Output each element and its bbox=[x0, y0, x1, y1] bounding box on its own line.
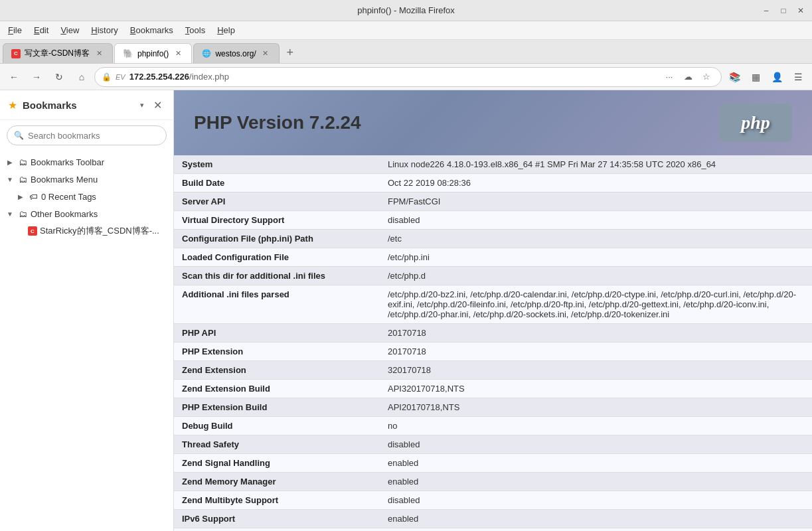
table-row: Zend Multibyte Supportdisabled bbox=[174, 491, 812, 510]
bookmarks-menu-label: Bookmarks Menu bbox=[31, 175, 168, 185]
address-bar[interactable]: 🔒 EV 172.25.254.226/index.php ··· ☁ ☆ bbox=[94, 67, 722, 87]
tab-csdn[interactable]: C 写文章-CSDN博客 ✕ bbox=[3, 43, 113, 63]
window-controls: – □ ✕ bbox=[760, 5, 807, 17]
phpinfo-wrapper: PHP Version 7.2.24 php SystemLinux node2… bbox=[174, 90, 812, 531]
table-cell-key: Thread Safety bbox=[174, 435, 380, 454]
tab-csdn-close[interactable]: ✕ bbox=[94, 48, 104, 59]
menu-edit[interactable]: Edit bbox=[29, 23, 54, 38]
menu-help[interactable]: Help bbox=[212, 23, 240, 38]
bookmarks-sidebar: ★ Bookmarks ▾ ✕ 🔍 ▶ 🗂 Bookmarks Toolbar … bbox=[0, 90, 174, 531]
tree-arrow-menu: ▼ bbox=[5, 175, 15, 184]
url-display[interactable]: 172.25.254.226/index.php bbox=[129, 72, 657, 82]
security-icon: 🔒 bbox=[102, 72, 112, 82]
bookmarks-tree: ▶ 🗂 Bookmarks Toolbar ▼ 🗂 Bookmarks Menu… bbox=[0, 151, 173, 531]
recent-tags-label: 0 Recent Tags bbox=[41, 192, 168, 202]
table-cell-key: Configuration File (php.ini) Path bbox=[174, 230, 380, 248]
profile-button[interactable]: 👤 bbox=[767, 67, 787, 87]
tab-westos-close[interactable]: ✕ bbox=[260, 48, 271, 59]
phpinfo-header: PHP Version 7.2.24 php bbox=[174, 90, 812, 155]
table-cell-key: Zend Memory Manager bbox=[174, 473, 380, 491]
tab-westos-label: westos.org/ bbox=[215, 49, 256, 58]
table-row: Server APIFPM/FastCGI bbox=[174, 192, 812, 211]
phpinfo-table: SystemLinux node226 4.18.0-193.el8.x86_6… bbox=[174, 155, 812, 531]
tag-icon: 🏷 bbox=[28, 191, 39, 202]
sidebar-close-button[interactable]: ✕ bbox=[149, 97, 165, 113]
table-cell-value: disabled bbox=[380, 211, 812, 230]
table-row: Zend Extension BuildAPI320170718,NTS bbox=[174, 380, 812, 398]
title-bar: phpinfo() - Mozilla Firefox – □ ✕ bbox=[0, 0, 812, 21]
table-cell-key: Zend Extension Build bbox=[174, 380, 380, 398]
back-button[interactable]: ← bbox=[4, 67, 24, 87]
folder-icon-menu: 🗂 bbox=[17, 174, 28, 185]
more-info-button[interactable]: ··· bbox=[661, 69, 677, 85]
table-cell-value: available, disabled bbox=[380, 528, 812, 532]
address-actions: ··· ☁ ☆ bbox=[661, 69, 714, 85]
tab-bar: C 写文章-CSDN博客 ✕ 🐘 phpinfo() ✕ 🌐 westos.or… bbox=[0, 40, 812, 64]
tree-arrow-other: ▼ bbox=[5, 209, 15, 218]
tab-westos[interactable]: 🌐 westos.org/ ✕ bbox=[193, 43, 279, 63]
table-cell-key: Server API bbox=[174, 192, 380, 211]
table-cell-value: 320170718 bbox=[380, 361, 812, 380]
home-button[interactable]: ⌂ bbox=[72, 67, 92, 87]
table-cell-value: API20170718,NTS bbox=[380, 398, 812, 417]
table-cell-key: Build Date bbox=[174, 174, 380, 192]
menu-button[interactable]: ☰ bbox=[788, 67, 808, 87]
menu-bookmarks[interactable]: Bookmarks bbox=[125, 23, 179, 38]
other-bookmarks-label: Other Bookmarks bbox=[31, 209, 168, 219]
csdn-favicon: C bbox=[11, 49, 21, 58]
table-row: Configuration File (php.ini) Path/etc bbox=[174, 230, 812, 248]
url-domain: 172.25.254.226 bbox=[129, 72, 189, 82]
table-cell-key: Zend Signal Handling bbox=[174, 454, 380, 473]
sidebar-item-recent-tags[interactable]: ▶ 🏷 0 Recent Tags bbox=[0, 188, 173, 205]
table-cell-value: FPM/FastCGI bbox=[380, 192, 812, 211]
search-bookmarks-container[interactable]: 🔍 bbox=[7, 125, 167, 145]
close-window-button[interactable]: ✕ bbox=[795, 5, 807, 17]
menu-file[interactable]: File bbox=[3, 23, 27, 38]
menu-bar: File Edit View History Bookmarks Tools H… bbox=[0, 21, 812, 40]
table-cell-value: enabled bbox=[380, 454, 812, 473]
menu-tools[interactable]: Tools bbox=[180, 23, 210, 38]
sidebar-header: ★ Bookmarks ▾ ✕ bbox=[0, 90, 173, 120]
tab-csdn-label: 写文章-CSDN博客 bbox=[25, 48, 90, 59]
table-row: DTrace Supportavailable, disabled bbox=[174, 528, 812, 532]
bookmarks-dropdown-icon[interactable]: ▾ bbox=[140, 101, 144, 110]
nav-right-controls: 📚 ▦ 👤 ☰ bbox=[724, 67, 808, 87]
table-row: IPv6 Supportenabled bbox=[174, 510, 812, 528]
pocket-button[interactable]: ☁ bbox=[680, 69, 696, 85]
menu-view[interactable]: View bbox=[55, 23, 84, 38]
sidebar-item-starricky[interactable]: ▶ C StarRicky的博客_CSDN博客-... bbox=[0, 222, 173, 240]
table-cell-value: 20170718 bbox=[380, 324, 812, 342]
westos-favicon: 🌐 bbox=[202, 49, 211, 58]
tree-arrow-toolbar: ▶ bbox=[5, 157, 15, 167]
forward-button[interactable]: → bbox=[27, 67, 46, 87]
sidebar-item-bookmarks-toolbar[interactable]: ▶ 🗂 Bookmarks Toolbar bbox=[0, 153, 173, 171]
search-icon: 🔍 bbox=[14, 131, 24, 140]
tab-phpinfo[interactable]: 🐘 phpinfo() ✕ bbox=[114, 43, 192, 63]
content-area[interactable]: PHP Version 7.2.24 php SystemLinux node2… bbox=[174, 90, 812, 531]
sidebar-title: Bookmarks bbox=[23, 100, 135, 111]
new-tab-button[interactable]: + bbox=[281, 43, 299, 62]
tab-phpinfo-close[interactable]: ✕ bbox=[173, 48, 183, 59]
table-cell-key: PHP API bbox=[174, 324, 380, 342]
table-row: Zend Memory Managerenabled bbox=[174, 473, 812, 491]
search-bookmarks-input[interactable] bbox=[28, 131, 159, 141]
table-cell-value: enabled bbox=[380, 473, 812, 491]
bookmarks-star-icon: ★ bbox=[8, 99, 17, 112]
menu-history[interactable]: History bbox=[86, 23, 123, 38]
sidebar-item-other-bookmarks[interactable]: ▼ 🗂 Other Bookmarks bbox=[0, 205, 173, 222]
maximize-button[interactable]: □ bbox=[777, 5, 789, 17]
php-version-title: PHP Version 7.2.24 bbox=[194, 112, 361, 133]
sidebar-toggle-button[interactable]: ▦ bbox=[746, 67, 766, 87]
table-row: Debug Buildno bbox=[174, 417, 812, 435]
table-cell-key: IPv6 Support bbox=[174, 510, 380, 528]
table-row: Zend Signal Handlingenabled bbox=[174, 454, 812, 473]
sidebar-item-bookmarks-menu[interactable]: ▼ 🗂 Bookmarks Menu bbox=[0, 171, 173, 188]
minimize-button[interactable]: – bbox=[760, 5, 772, 17]
reload-button[interactable]: ↻ bbox=[49, 67, 69, 87]
folder-icon-toolbar: 🗂 bbox=[17, 157, 28, 167]
table-row: Loaded Configuration File/etc/php.ini bbox=[174, 248, 812, 267]
url-path: /index.php bbox=[189, 72, 229, 82]
bookmark-star-button[interactable]: ☆ bbox=[698, 69, 714, 85]
table-row: Build DateOct 22 2019 08:28:36 bbox=[174, 174, 812, 192]
collections-button[interactable]: 📚 bbox=[724, 67, 744, 87]
